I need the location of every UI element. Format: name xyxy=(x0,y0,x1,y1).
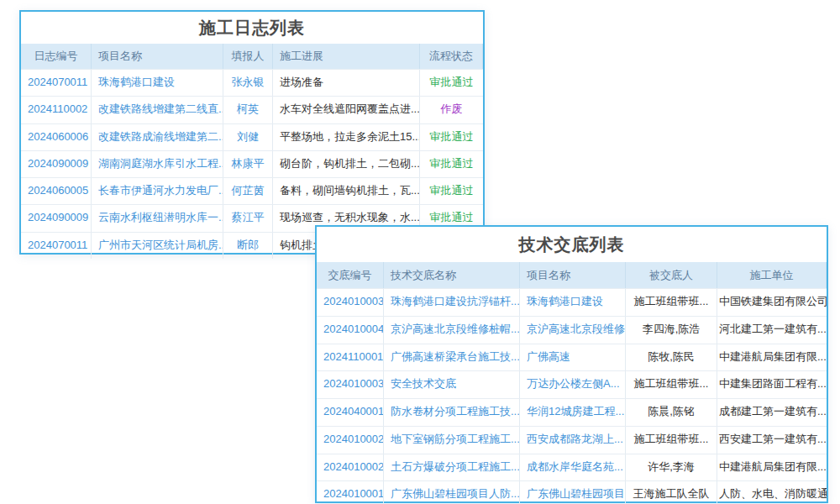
reporter-header: 填报人 xyxy=(223,44,273,69)
table-row: 2024110001广佛高速桥梁承台施工技...广佛高速陈牧,陈民中建港航局集团… xyxy=(317,344,827,371)
table-row: 2024040001防水卷材分项工程施工技...华润12城房建工程...陈晨,陈… xyxy=(317,398,827,426)
project-name-cell[interactable]: 湖南洞庭湖水库引水工程... xyxy=(92,151,223,177)
project-name-header: 项目名称 xyxy=(92,44,223,69)
recipients-cell: 陈晨,陈铭 xyxy=(626,399,717,426)
reporter-cell[interactable]: 林康平 xyxy=(223,151,273,177)
project-name-cell[interactable]: 西安成都路龙湖上... xyxy=(520,427,626,454)
contractor-cell: 河北建工第一建筑有... xyxy=(717,317,827,344)
recipients-cell: 施工班组带班... xyxy=(626,289,717,316)
contractor-cell: 中国铁建集团有限公司 xyxy=(717,289,827,316)
progress-cell: 进场准备 xyxy=(273,70,420,96)
tech-disclosure-body: 2024010003珠海鹤港口建设抗浮锚杆...珠海鹤港口建设施工班组带班...… xyxy=(317,288,827,504)
flow-status-cell: 审批通过 xyxy=(420,151,483,177)
recipients-cell: 施工班组带班... xyxy=(626,427,717,454)
contractor-cell: 中建集团路面工程有... xyxy=(717,371,827,398)
disclosure-id-cell[interactable]: 2024110001 xyxy=(317,344,384,371)
reporter-cell[interactable]: 张永银 xyxy=(223,70,273,96)
flow-status-cell: 审批通过 xyxy=(420,70,483,96)
progress-cell: 砌台阶，钩机排土，二包砌... xyxy=(273,151,420,177)
table-row: 2024060005长春市伊通河水力发电厂...何芷茵备料，砌间墙钩机排土，瓦.… xyxy=(21,177,483,204)
table-row: 2024090009湖南洞庭湖水库引水工程...林康平砌台阶，钩机排土，二包砌.… xyxy=(21,150,483,177)
project-name-cell[interactable]: 云南水利枢纽潜明水库一... xyxy=(92,205,223,231)
contractor-cell: 中建港航局集团有限... xyxy=(717,454,827,481)
log-id-cell[interactable]: 2024110002 xyxy=(21,97,92,123)
log-id-cell[interactable]: 2024070011 xyxy=(21,233,92,259)
reporter-cell[interactable]: 蔡江平 xyxy=(223,205,273,231)
project-name-cell[interactable]: 珠海鹤港口建设 xyxy=(92,70,223,96)
disclosure-id-cell[interactable]: 2024010001 xyxy=(317,481,384,504)
disclosure-id-cell[interactable]: 2024010002 xyxy=(317,427,384,454)
recipients-cell: 王海施工队全队 xyxy=(626,481,717,504)
project-name-cell[interactable]: 改建铁路线增建第二线直... xyxy=(92,97,223,123)
reporter-cell[interactable]: 何芷茵 xyxy=(223,178,273,204)
recipients-cell: 施工班组带班... xyxy=(626,371,717,398)
project-name-cell[interactable]: 京沪高速北京段维修 xyxy=(520,317,626,344)
table-row: 2024110002改建铁路线增建第二线直...柯英水车对全线遮阳网覆盖点进..… xyxy=(21,96,483,123)
disclosure-name-cell[interactable]: 珠海鹤港口建设抗浮锚杆... xyxy=(384,289,520,316)
project-name-header: 项目名称 xyxy=(520,262,626,288)
flow-status-cell: 作废 xyxy=(420,97,483,123)
recipients-cell: 李四海,陈浩 xyxy=(626,317,717,344)
progress-cell: 备料，砌间墙钩机排土，瓦... xyxy=(273,178,420,204)
reporter-cell[interactable]: 柯英 xyxy=(223,97,273,123)
disclosure-id-cell[interactable]: 2024010002 xyxy=(317,454,384,481)
disclosure-id-header: 交底编号 xyxy=(317,262,384,288)
disclosure-name-cell[interactable]: 安全技术交底 xyxy=(384,371,520,398)
reporter-cell[interactable]: 断郎 xyxy=(223,233,273,259)
disclosure-id-cell[interactable]: 2024010003 xyxy=(317,289,384,316)
disclosure-name-cell[interactable]: 广佛高速桥梁承台施工技... xyxy=(384,344,520,371)
project-name-cell[interactable]: 广东佛山碧桂园项目 xyxy=(520,481,626,504)
contractor-cell: 成都建工第一建筑有... xyxy=(717,399,827,426)
progress-header: 施工进展 xyxy=(273,44,420,69)
log-id-header: 日志编号 xyxy=(21,44,92,69)
reporter-cell[interactable]: 刘健 xyxy=(223,124,273,150)
tech-disclosure-table: 技术交底列表 交底编号技术交底名称项目名称被交底人施工单位 2024010003… xyxy=(315,225,828,503)
flow-status-header: 流程状态 xyxy=(420,44,483,69)
construction-log-header-row: 日志编号项目名称填报人施工进展流程状态 xyxy=(21,44,483,69)
recipients-cell: 陈牧,陈民 xyxy=(626,344,717,371)
disclosure-name-cell[interactable]: 土石方爆破分项工程施工... xyxy=(384,454,520,481)
disclosure-id-cell[interactable]: 2024010004 xyxy=(317,317,384,344)
log-id-cell[interactable]: 2024060005 xyxy=(21,178,92,204)
project-name-cell[interactable]: 长春市伊通河水力发电厂... xyxy=(92,178,223,204)
tech-disclosure-header-row: 交底编号技术交底名称项目名称被交底人施工单位 xyxy=(317,262,827,288)
disclosure-id-cell[interactable]: 2024010003 xyxy=(317,371,384,398)
construction-log-table: 施工日志列表 日志编号项目名称填报人施工进展流程状态 2024070011珠海鹤… xyxy=(19,10,485,255)
log-id-cell[interactable]: 2024090009 xyxy=(21,151,92,177)
log-id-cell[interactable]: 2024070011 xyxy=(21,70,92,96)
contractor-cell: 中建港航局集团有限... xyxy=(717,344,827,371)
log-id-cell[interactable]: 2024090009 xyxy=(21,205,92,231)
project-name-cell[interactable]: 广佛高速 xyxy=(520,344,626,371)
project-name-cell[interactable]: 成都水岸华庭名苑... xyxy=(520,454,626,481)
table-row: 2024010002土石方爆破分项工程施工...成都水岸华庭名苑...许华,李海… xyxy=(317,454,827,481)
project-name-cell[interactable]: 珠海鹤港口建设 xyxy=(520,289,626,316)
table-row: 2024070011珠海鹤港口建设张永银进场准备审批通过 xyxy=(21,69,483,96)
tech-disclosure-title: 技术交底列表 xyxy=(317,227,827,262)
contractor-cell: 人防、水电、消防暖通 xyxy=(717,481,827,504)
table-row: 2024010004京沪高速北京段维修桩帽...京沪高速北京段维修李四海,陈浩河… xyxy=(317,316,827,344)
disclosure-name-cell[interactable]: 地下室钢筋分项工程施工... xyxy=(384,427,520,454)
project-name-cell[interactable]: 改建铁路成渝线增建第二... xyxy=(92,124,223,150)
disclosure-name-cell[interactable]: 广东佛山碧桂园项目人防... xyxy=(384,481,520,504)
contractor-cell: 西安建工第一建筑有... xyxy=(717,427,827,454)
table-row: 2024010001广东佛山碧桂园项目人防...广东佛山碧桂园项目王海施工队全队… xyxy=(317,480,827,504)
table-row: 2024010003安全技术交底万达办公楼左侧A...施工班组带班...中建集团… xyxy=(317,370,827,398)
project-name-cell[interactable]: 华润12城房建工程... xyxy=(520,399,626,426)
progress-cell: 水车对全线遮阳网覆盖点进... xyxy=(273,97,420,123)
project-name-cell[interactable]: 万达办公楼左侧A... xyxy=(520,371,626,398)
disclosure-id-cell[interactable]: 2024040001 xyxy=(317,399,384,426)
table-row: 2024060006改建铁路成渝线增建第二...刘健平整场地，拉走多余泥土15.… xyxy=(21,123,483,150)
disclosure-name-cell[interactable]: 京沪高速北京段维修桩帽... xyxy=(384,317,520,344)
table-row: 2024010003珠海鹤港口建设抗浮锚杆...珠海鹤港口建设施工班组带班...… xyxy=(317,288,827,316)
construction-log-title: 施工日志列表 xyxy=(21,12,483,44)
recipients-cell: 许华,李海 xyxy=(626,454,717,481)
disclosure-name-header: 技术交底名称 xyxy=(384,262,520,288)
table-row: 2024010002地下室钢筋分项工程施工...西安成都路龙湖上...施工班组带… xyxy=(317,426,827,454)
project-name-cell[interactable]: 广州市天河区统计局机房... xyxy=(92,233,223,259)
recipients-header: 被交底人 xyxy=(626,262,717,288)
progress-cell: 平整场地，拉走多余泥土15... xyxy=(273,124,420,150)
log-id-cell[interactable]: 2024060006 xyxy=(21,124,92,150)
flow-status-cell: 审批通过 xyxy=(420,178,483,204)
disclosure-name-cell[interactable]: 防水卷材分项工程施工技... xyxy=(384,399,520,426)
contractor-header: 施工单位 xyxy=(717,262,827,288)
